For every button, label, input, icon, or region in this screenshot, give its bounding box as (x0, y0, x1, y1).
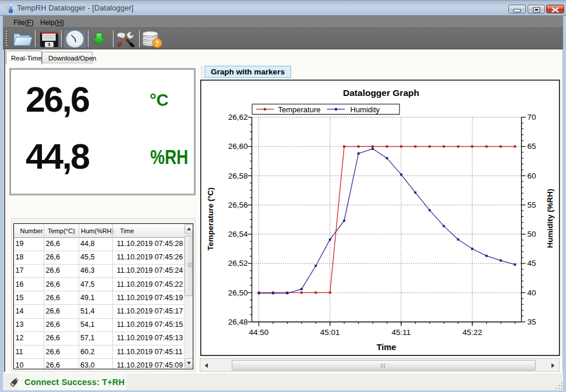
svg-text:Time: Time (376, 342, 396, 351)
svg-text:40: 40 (527, 288, 536, 297)
svg-text:45:11: 45:11 (391, 327, 411, 336)
svg-text:60: 60 (527, 171, 536, 180)
svg-text:70: 70 (527, 113, 536, 122)
svg-text:26,52: 26,52 (228, 259, 247, 268)
svg-text:Temperature: Temperature (278, 105, 320, 113)
svg-text:Datalogger Graph: Datalogger Graph (343, 87, 419, 97)
svg-text:55: 55 (527, 200, 536, 209)
svg-text:26,54: 26,54 (228, 230, 247, 238)
svg-text:45: 45 (527, 259, 536, 268)
svg-text:26,62: 26,62 (228, 113, 247, 122)
svg-text:26,48: 26,48 (228, 318, 247, 326)
svg-text:26,56: 26,56 (228, 200, 247, 209)
svg-text:45:01: 45:01 (320, 327, 339, 336)
svg-text:Humidity: Humidity (350, 105, 380, 113)
svg-text:Humidity (%RH): Humidity (%RH) (545, 188, 554, 248)
svg-text:?: ? (155, 40, 159, 48)
svg-text:26,58: 26,58 (228, 171, 247, 180)
svg-text:26,50: 26,50 (228, 288, 247, 297)
svg-text:Temperature (°C): Temperature (°C) (206, 187, 214, 251)
svg-text:26,60: 26,60 (228, 142, 247, 151)
svg-text:44:50: 44:50 (249, 327, 268, 336)
svg-text:35: 35 (527, 318, 536, 326)
svg-text:45:22: 45:22 (462, 327, 482, 336)
svg-text:65: 65 (527, 142, 536, 151)
svg-text:50: 50 (527, 230, 536, 238)
